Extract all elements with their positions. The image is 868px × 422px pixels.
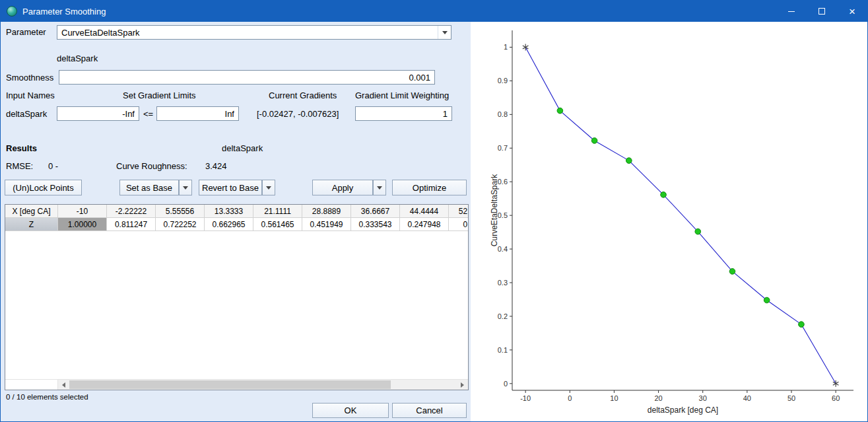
smoothness-input[interactable] [59,70,435,85]
selection-status: 0 / 10 elements selected [6,393,88,401]
chevron-down-icon [183,186,188,190]
svg-text:0: 0 [504,380,508,388]
z-value-cell[interactable]: 0.247948 [400,218,449,231]
apply-dropdown-button[interactable] [373,180,386,195]
svg-text:0.8: 0.8 [498,110,508,118]
input-names-header: Input Names [6,90,55,100]
svg-text:0.3: 0.3 [498,279,508,287]
ok-button[interactable]: OK [312,403,389,418]
x-value-cell[interactable]: 44.4444 [400,205,449,218]
data-point-marker [626,158,632,164]
gradient-upper-limit-input[interactable] [156,106,239,121]
curve-plot[interactable]: -10010203040506000.10.20.30.40.50.60.70.… [489,22,865,422]
locked-point-marker [833,380,839,387]
data-point-marker [591,138,597,144]
unlock-points-button[interactable]: (Un)Lock Points [5,180,82,195]
scrollbar-spacer [5,380,58,390]
horizontal-scrollbar[interactable] [5,379,468,390]
x-value-cell[interactable]: 52.2222 [449,205,468,218]
z-value-cell[interactable]: 0.561465 [253,218,302,231]
title-bar[interactable]: Parameter Smoothing × [1,1,867,22]
scrollbar-thumb[interactable] [69,380,391,389]
z-value-cell[interactable]: 0.176 [449,218,468,231]
data-point-marker [695,229,701,234]
set-gradient-limits-header: Set Gradient Limits [123,90,196,100]
x-value-cell[interactable]: -10 [58,205,107,218]
svg-text:0.7: 0.7 [498,144,508,152]
parameter-combobox[interactable]: CurveEtaDeltaSpark [57,25,451,40]
curve-roughness-label: Curve Roughness: [116,161,187,171]
svg-text:20: 20 [654,394,662,402]
smoothness-label: Smoothness [6,73,53,83]
svg-text:0.2: 0.2 [498,312,508,320]
scroll-right-button[interactable] [457,380,468,390]
rmse-value: 0 - [48,161,58,171]
svg-text:60: 60 [832,394,840,402]
z-value-cell[interactable]: 1.00000 [58,218,107,231]
maximize-button[interactable] [807,1,837,22]
table-row-z: Z 1.000000.8112470.7222520.6629650.56146… [5,218,468,231]
scroll-right-icon [461,382,464,388]
scroll-left-button[interactable] [58,380,69,390]
data-point-marker [729,269,735,275]
maximize-icon [818,8,825,15]
table-row-x: X [deg CA] -10-2.222225.5555613.333321.1… [5,205,468,218]
gradient-weight-input[interactable] [355,106,452,121]
parameter-combobox-value: CurveEtaDeltaSpark [57,28,438,38]
svg-text:10: 10 [610,394,618,402]
results-heading: Results [6,143,37,153]
data-point-marker [799,322,805,328]
controls-pane: Parameter CurveEtaDeltaSpark deltaSpark … [1,22,471,422]
minimize-button[interactable] [776,1,807,22]
data-table[interactable]: X [deg CA] -10-2.222225.5555613.333321.1… [5,204,469,390]
x-value-cell[interactable]: 5.55556 [156,205,205,218]
revert-to-base-dropdown-button[interactable] [262,180,275,195]
combobox-dropdown-icon[interactable] [438,26,451,39]
set-as-base-button[interactable]: Set as Base [119,180,179,195]
plot-pane: -10010203040506000.10.20.30.40.50.60.70.… [471,22,868,422]
parameter-label: Parameter [6,27,46,37]
svg-text:50: 50 [787,394,795,402]
scroll-left-icon [62,382,65,388]
cancel-button[interactable]: Cancel [392,403,467,418]
svg-text:deltaSpark [deg CA]: deltaSpark [deg CA] [648,405,718,415]
x-value-cell[interactable]: 36.6667 [351,205,400,218]
x-value-cell[interactable]: -2.22222 [107,205,156,218]
set-as-base-dropdown-button[interactable] [179,180,192,195]
gradient-lower-limit-input[interactable] [57,106,139,121]
z-value-cell[interactable]: 0.811247 [107,218,156,231]
x-row-header[interactable]: X [deg CA] [5,205,58,218]
data-point-marker [764,297,770,303]
scrollbar-track[interactable] [69,380,457,390]
svg-text:0.9: 0.9 [498,77,508,85]
data-point-marker [557,108,563,114]
curve-roughness-value: 3.424 [205,161,227,171]
current-gradients-value: [-0.02427, -0.007623] [257,109,339,119]
close-button[interactable]: × [837,1,867,22]
optimize-button[interactable]: Optimize [392,180,467,195]
rmse-label: RMSE: [6,161,33,171]
svg-text:-10: -10 [520,394,531,402]
z-value-cell[interactable]: 0.722252 [156,218,205,231]
app-icon [7,6,17,17]
apply-button[interactable]: Apply [312,180,373,195]
gradient-limit-weighting-header: Gradient Limit Weighting [355,90,449,100]
minimize-icon [788,11,795,12]
z-value-cell[interactable]: 0.333543 [351,218,400,231]
close-icon: × [849,6,855,17]
z-value-cell[interactable]: 0.662965 [205,218,253,231]
x-value-cell[interactable]: 28.8889 [302,205,351,218]
parameter-input-name: deltaSpark [57,53,98,63]
x-value-cell[interactable]: 21.1111 [253,205,302,218]
svg-text:1: 1 [504,43,508,51]
results-param-name: deltaSpark [222,143,263,153]
z-row-header[interactable]: Z [5,218,58,231]
revert-to-base-button[interactable]: Revert to Base [199,180,262,195]
gradient-op-label: <= [143,109,153,119]
z-value-cell[interactable]: 0.451949 [302,218,351,231]
x-value-cell[interactable]: 13.3333 [205,205,253,218]
current-gradients-header: Current Gradients [269,90,337,100]
window-title: Parameter Smoothing [22,7,106,17]
locked-point-marker [523,44,529,50]
parameter-smoothing-dialog: { "window": { "title": "Parameter Smooth… [0,0,868,422]
